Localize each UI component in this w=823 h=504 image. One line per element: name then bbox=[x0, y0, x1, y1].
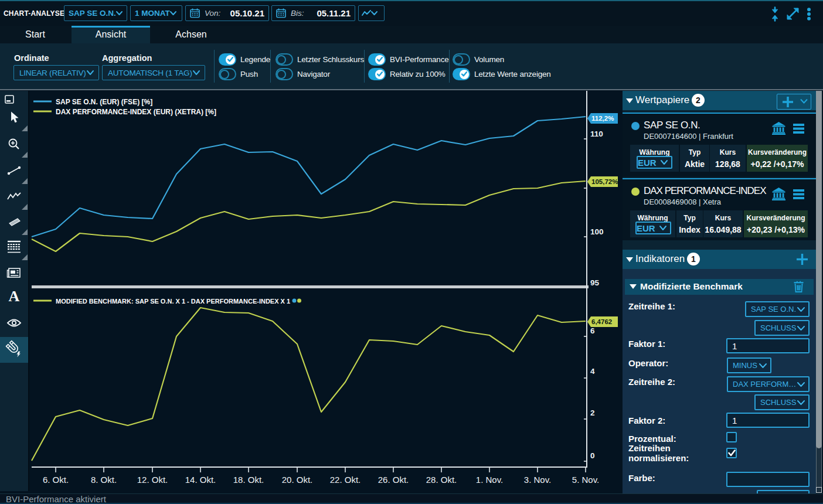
svg-text:0: 0 bbox=[590, 451, 595, 460]
svg-text:6,4762: 6,4762 bbox=[591, 318, 612, 325]
svg-text:12. Okt.: 12. Okt. bbox=[137, 475, 168, 485]
svg-text:100: 100 bbox=[590, 227, 604, 236]
svg-text:1. Nov.: 1. Nov. bbox=[476, 475, 503, 485]
svg-text:4: 4 bbox=[590, 367, 595, 376]
svg-text:20. Okt.: 20. Okt. bbox=[282, 475, 313, 485]
svg-text:DAX PERFORMANCE-INDEX (EUR) (X: DAX PERFORMANCE-INDEX (EUR) (XETRA) [%] bbox=[56, 108, 216, 116]
svg-text:8. Okt.: 8. Okt. bbox=[91, 475, 117, 485]
svg-text:105,72%: 105,72% bbox=[591, 178, 618, 185]
svg-text:28. Okt.: 28. Okt. bbox=[426, 475, 457, 485]
svg-text:18. Okt.: 18. Okt. bbox=[233, 475, 264, 485]
svg-text:6: 6 bbox=[590, 326, 595, 335]
svg-text:26. Okt.: 26. Okt. bbox=[378, 475, 409, 485]
svg-text:112,2%: 112,2% bbox=[591, 115, 614, 122]
svg-text:SAP SE O.N. (EUR) (FSE) [%]: SAP SE O.N. (EUR) (FSE) [%] bbox=[56, 98, 152, 106]
svg-text:3. Nov.: 3. Nov. bbox=[524, 475, 551, 485]
svg-text:5. Nov.: 5. Nov. bbox=[572, 475, 599, 485]
svg-text:14. Okt.: 14. Okt. bbox=[185, 475, 216, 485]
svg-text:MODIFIED BENCHMARK: SAP SE O.N: MODIFIED BENCHMARK: SAP SE O.N. X 1 - DA… bbox=[56, 298, 290, 305]
svg-text:6. Okt.: 6. Okt. bbox=[43, 475, 69, 485]
svg-text:2: 2 bbox=[590, 408, 595, 417]
svg-text:22. Okt.: 22. Okt. bbox=[330, 475, 361, 485]
svg-text:110: 110 bbox=[590, 130, 603, 138]
svg-text:95: 95 bbox=[590, 278, 600, 287]
